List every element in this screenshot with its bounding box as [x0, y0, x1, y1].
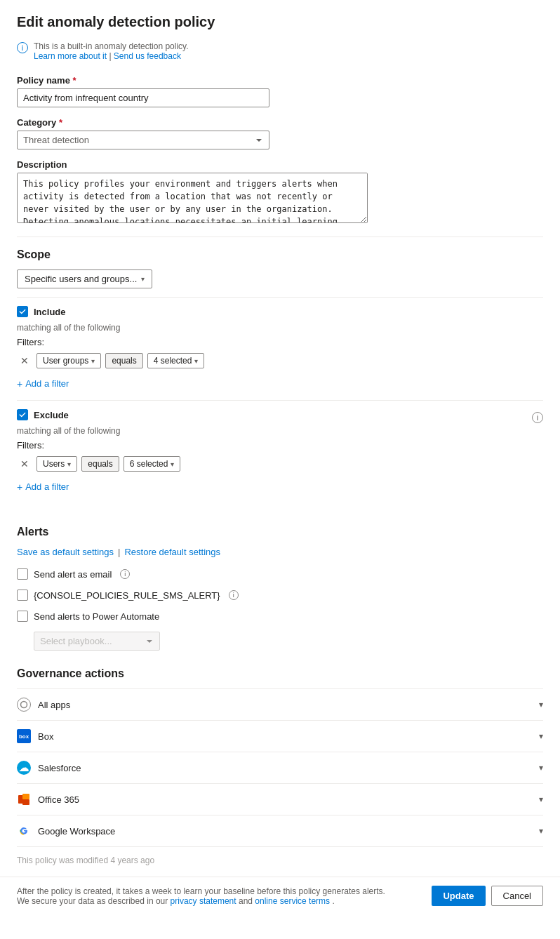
category-field: Category * Threat detection — [17, 117, 543, 149]
exclude-filter-operator: equals — [81, 456, 119, 472]
sms-alert-checkbox[interactable] — [17, 590, 28, 601]
exclude-section: Exclude i matching all of the following … — [17, 400, 543, 495]
alerts-links: Save as default settings | Restore defau… — [17, 547, 543, 557]
include-add-filter-label: Add a filter — [25, 378, 69, 389]
scope-dropdown[interactable]: Specific users and groups... ▾ — [17, 269, 152, 288]
description-textarea[interactable]: This policy profiles your environment an… — [17, 173, 368, 223]
governance-box-item[interactable]: box Box ▾ — [17, 721, 543, 752]
privacy-statement-link[interactable]: privacy statement — [171, 896, 236, 906]
salesforce-name: Salesforce — [38, 763, 81, 773]
governance-google-item[interactable]: Google Workspace ▾ — [17, 815, 543, 847]
exclude-header: Exclude i — [17, 409, 543, 426]
exclude-checkbox[interactable] — [17, 409, 28, 420]
include-matching-text: matching all of the following — [17, 323, 543, 333]
exclude-filter-field-label: Users — [43, 459, 65, 469]
policy-name-field: Policy name * — [17, 75, 543, 107]
sms-alert-label: {CONSOLE_POLICIES_RULE_SMS_ALERT} — [34, 590, 220, 601]
include-filter-row: ✕ User groups ▾ equals 4 selected ▾ — [17, 353, 543, 368]
playbook-select[interactable]: Select playbook... — [34, 632, 160, 651]
include-filter-field-chip[interactable]: User groups ▾ — [36, 353, 101, 368]
include-filter-remove-btn[interactable]: ✕ — [17, 353, 32, 368]
exclude-add-filter-btn[interactable]: + Add a filter — [17, 479, 69, 495]
power-automate-label: Send alerts to Power Automate — [34, 611, 159, 622]
all-apps-name: All apps — [38, 700, 70, 710]
box-chevron-icon: ▾ — [539, 731, 543, 741]
governance-office365-item[interactable]: Office 365 ▾ — [17, 784, 543, 815]
governance-title: Governance actions — [17, 667, 543, 680]
exclude-filter-value-chevron: ▾ — [171, 460, 174, 468]
power-automate-option: Send alerts to Power Automate — [17, 611, 543, 622]
governance-list: All apps ▾ box Box ▾ ☁ — [17, 688, 543, 847]
send-email-info-icon[interactable]: i — [120, 569, 130, 579]
policy-name-input[interactable] — [17, 88, 269, 107]
all-apps-chevron-icon: ▾ — [539, 700, 543, 710]
include-checkbox[interactable] — [17, 306, 28, 317]
box-icon: box — [17, 729, 31, 743]
governance-all-apps-item[interactable]: All apps ▾ — [17, 689, 543, 721]
exclude-filter-remove-btn[interactable]: ✕ — [17, 456, 32, 472]
exclude-filter-field-chevron: ▾ — [67, 460, 71, 468]
include-filter-field-chevron: ▾ — [91, 357, 95, 365]
exclude-filter-value-label: 6 selected — [130, 459, 168, 469]
plus-icon-exclude: + — [17, 482, 22, 492]
include-filter-operator: equals — [105, 353, 142, 368]
send-email-checkbox[interactable] — [17, 568, 28, 580]
sms-alert-option: {CONSOLE_POLICIES_RULE_SMS_ALERT} i — [17, 590, 543, 601]
google-icon — [17, 824, 31, 838]
box-name: Box — [38, 731, 53, 742]
description-label: Description — [17, 159, 543, 170]
restore-default-link[interactable]: Restore default settings — [124, 547, 220, 557]
online-service-terms-link[interactable]: online service terms — [255, 896, 330, 906]
send-email-label: Send alert as email — [34, 569, 112, 580]
google-name: Google Workspace — [38, 826, 115, 837]
page-title: Edit anomaly detection policy — [17, 14, 543, 30]
send-feedback-link[interactable]: Send us feedback — [114, 51, 181, 61]
governance-salesforce-item[interactable]: ☁ Salesforce ▾ — [17, 752, 543, 784]
modified-text: This policy was modified 4 years ago — [17, 855, 543, 865]
svg-point-0 — [21, 702, 27, 708]
include-filter-field-label: User groups — [43, 356, 88, 366]
description-field: Description This policy profiles your en… — [17, 159, 543, 225]
exclude-matching-text: matching all of the following — [17, 426, 543, 436]
power-automate-checkbox[interactable] — [17, 611, 28, 622]
footer-bar-text: After the policy is created, it takes a … — [17, 886, 385, 906]
office365-chevron-icon: ▾ — [539, 794, 543, 804]
exclude-add-filter-label: Add a filter — [25, 481, 69, 492]
cancel-button[interactable]: Cancel — [491, 886, 543, 906]
include-filter-value-chip[interactable]: 4 selected ▾ — [147, 353, 205, 368]
send-email-option: Send alert as email i — [17, 568, 543, 580]
category-select[interactable]: Threat detection — [17, 131, 269, 149]
svg-rect-3 — [22, 799, 29, 805]
footer-bar: After the policy is created, it takes a … — [0, 877, 560, 914]
alerts-section: Alerts Save as default settings | Restor… — [17, 526, 543, 651]
exclude-filter-value-chip[interactable]: 6 selected ▾ — [124, 456, 181, 472]
learn-more-link[interactable]: Learn more about it — [34, 51, 107, 61]
svg-rect-2 — [22, 794, 29, 799]
playbook-select-container: Select playbook... — [34, 632, 543, 651]
exclude-info-icon[interactable]: i — [532, 412, 543, 423]
exclude-checkbox-row: Exclude — [17, 409, 69, 420]
exclude-filter-field-chip[interactable]: Users ▾ — [36, 456, 77, 472]
exclude-label: Exclude — [34, 410, 69, 420]
scope-chevron-icon: ▾ — [141, 275, 145, 283]
info-icon: i — [17, 42, 28, 53]
save-default-link[interactable]: Save as default settings — [17, 547, 114, 557]
include-section: Include matching all of the following Fi… — [17, 297, 543, 392]
include-filter-value-label: 4 selected — [154, 356, 192, 366]
category-label: Category * — [17, 117, 543, 128]
all-apps-icon — [17, 698, 31, 712]
exclude-filters-label: Filters: — [17, 440, 543, 451]
update-button[interactable]: Update — [432, 886, 485, 906]
include-checkbox-row: Include — [17, 306, 543, 317]
exclude-filter-row: ✕ Users ▾ equals 6 selected ▾ — [17, 456, 543, 472]
sms-alert-info-icon[interactable]: i — [229, 590, 239, 600]
scope-title: Scope — [17, 248, 543, 261]
salesforce-icon: ☁ — [17, 761, 31, 775]
policy-name-label: Policy name * — [17, 75, 543, 86]
scope-section: Scope Specific users and groups... ▾ Inc… — [17, 248, 543, 495]
info-banner: i This is a built-in anomaly detection p… — [17, 41, 543, 61]
include-add-filter-btn[interactable]: + Add a filter — [17, 375, 69, 392]
info-banner-text: This is a built-in anomaly detection pol… — [34, 41, 189, 61]
plus-icon: + — [17, 379, 22, 389]
include-label: Include — [34, 307, 66, 317]
